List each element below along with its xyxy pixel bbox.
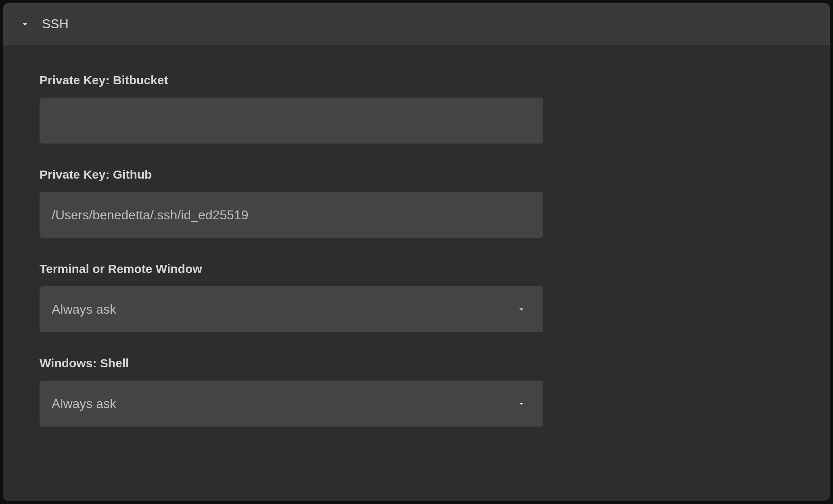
private-key-bitbucket-field: Private Key: Bitbucket (40, 73, 793, 144)
windows-shell-select-value: Always ask (52, 396, 116, 411)
private-key-github-label: Private Key: Github (40, 168, 793, 181)
chevron-down-icon (19, 19, 31, 30)
terminal-remote-select-value: Always ask (52, 302, 116, 317)
ssh-section-body: Private Key: Bitbucket Private Key: Gith… (3, 45, 830, 467)
terminal-remote-label: Terminal or Remote Window (40, 262, 793, 276)
terminal-remote-field: Terminal or Remote Window Always ask (40, 262, 793, 332)
windows-shell-field: Windows: Shell Always ask (40, 356, 793, 427)
private-key-bitbucket-label: Private Key: Bitbucket (40, 73, 793, 87)
terminal-remote-select[interactable]: Always ask (40, 286, 543, 332)
private-key-github-input[interactable] (40, 192, 543, 238)
ssh-section-header[interactable]: SSH (3, 3, 830, 45)
terminal-remote-select-wrap: Always ask (40, 286, 543, 332)
windows-shell-select-wrap: Always ask (40, 381, 543, 427)
windows-shell-select[interactable]: Always ask (40, 381, 543, 427)
windows-shell-label: Windows: Shell (40, 356, 793, 370)
private-key-github-field: Private Key: Github (40, 168, 793, 238)
section-title: SSH (42, 17, 69, 31)
private-key-bitbucket-input[interactable] (40, 98, 543, 144)
settings-panel: SSH Private Key: Bitbucket Private Key: … (3, 3, 830, 501)
